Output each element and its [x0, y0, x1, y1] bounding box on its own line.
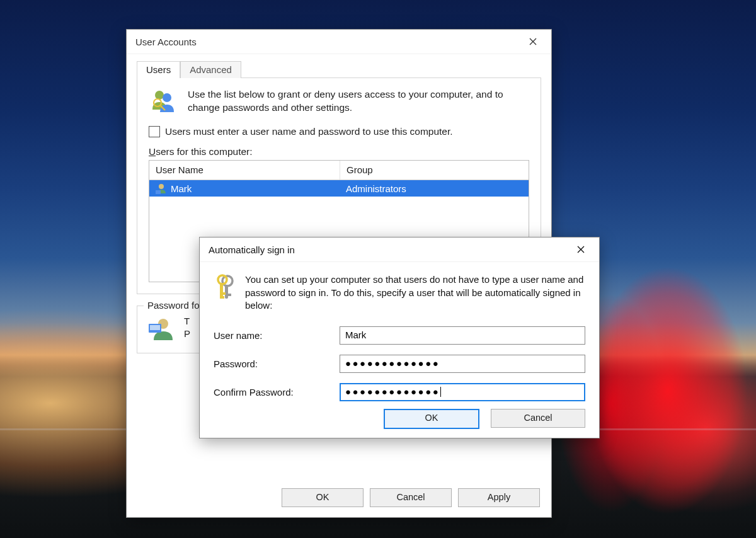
- close-icon: [577, 246, 585, 253]
- apply-button[interactable]: Apply: [458, 488, 540, 507]
- auto-signin-intro: You can set up your computer so that use…: [245, 273, 585, 312]
- close-icon: [529, 38, 537, 45]
- svg-rect-13: [220, 283, 223, 298]
- current-user-icon: [147, 315, 175, 343]
- svg-point-0: [155, 91, 164, 100]
- user-accounts-intro: Use the list below to grant or deny user…: [188, 88, 529, 115]
- cancel-button[interactable]: Cancel: [491, 409, 585, 428]
- close-button[interactable]: [518, 32, 547, 51]
- password-line-2: P: [184, 328, 190, 340]
- svg-rect-15: [220, 296, 224, 299]
- username-input[interactable]: Mark: [340, 326, 585, 345]
- tab-users[interactable]: Users: [137, 61, 180, 78]
- ok-button[interactable]: OK: [384, 409, 479, 429]
- column-group[interactable]: Group: [340, 161, 529, 180]
- ok-button[interactable]: OK: [282, 488, 364, 507]
- username-label: User name:: [214, 330, 327, 341]
- svg-point-1: [163, 93, 171, 102]
- column-user-name[interactable]: User Name: [149, 161, 340, 180]
- tab-advanced[interactable]: Advanced: [180, 61, 241, 78]
- password-fieldset-legend: Password fo: [144, 300, 203, 311]
- user-row-icon: [156, 183, 167, 194]
- password-line-1: T: [184, 315, 190, 328]
- svg-rect-11: [225, 294, 231, 296]
- svg-rect-14: [220, 292, 226, 295]
- svg-point-4: [159, 184, 164, 189]
- auto-signin-title: Automatically sign in: [209, 244, 295, 255]
- cancel-button[interactable]: Cancel: [370, 488, 452, 507]
- svg-rect-10: [225, 285, 228, 299]
- confirm-password-input[interactable]: ●●●●●●●●●●●●●: [340, 383, 585, 401]
- password-label: Password:: [214, 358, 327, 369]
- cell-group: Administrators: [340, 183, 529, 194]
- password-input[interactable]: ●●●●●●●●●●●●●: [340, 355, 585, 373]
- table-row[interactable]: Mark Administrators: [149, 180, 529, 197]
- keys-icon: [214, 273, 236, 304]
- user-accounts-tabstrip: Users Advanced: [137, 60, 551, 77]
- svg-rect-5: [156, 190, 161, 194]
- confirm-password-label: Confirm Password:: [214, 387, 327, 398]
- auto-signin-dialog: Automatically sign in You can set up you…: [199, 237, 600, 438]
- cell-user-name: Mark: [171, 183, 192, 194]
- users-icon: [149, 87, 176, 115]
- users-for-this-computer-label: Users for this computer:: [149, 146, 529, 157]
- text-caret: [440, 387, 441, 397]
- user-accounts-title: User Accounts: [135, 37, 197, 47]
- close-button[interactable]: [566, 240, 595, 259]
- table-header: User Name Group: [149, 161, 529, 180]
- svg-rect-8: [150, 325, 160, 330]
- must-enter-password-label: Users must enter a user name and passwor…: [165, 126, 453, 137]
- must-enter-password-checkbox[interactable]: [149, 126, 160, 137]
